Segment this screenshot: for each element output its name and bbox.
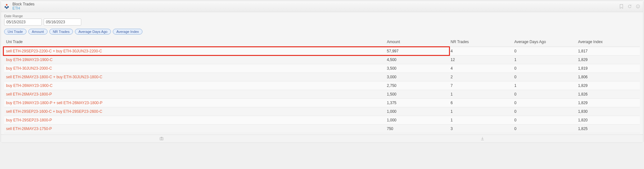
cell-trade[interactable]: buy ETH-30JUN23-2000-C xyxy=(4,64,385,73)
cell-days: 0 xyxy=(512,90,576,99)
table-row[interactable]: sell ETH-29SEP23-1600-C + buy ETH-29SEP2… xyxy=(4,107,640,116)
cell-nr: 4 xyxy=(449,64,512,73)
highlight-box xyxy=(3,46,386,56)
table-row[interactable]: sell ETH-26MAY23-1800-C + buy ETH-30JUN2… xyxy=(4,73,640,81)
cell-index: 1,829 xyxy=(576,81,640,90)
cell-nr: 6 xyxy=(449,99,512,107)
cell-days: 1 xyxy=(512,56,576,64)
table-row[interactable]: buy ETH-29SEP23-1800-P1,000101,820 xyxy=(4,116,640,125)
col-header-index[interactable]: Average Index xyxy=(576,37,640,47)
svg-point-6 xyxy=(638,5,638,5)
cell-nr: 1 xyxy=(449,90,512,99)
cell-nr: 4 xyxy=(449,47,512,56)
svg-point-1 xyxy=(4,6,6,8)
cell-index: 1,829 xyxy=(576,56,640,64)
col-header-trade[interactable]: Uni Trade xyxy=(4,37,385,47)
chip-uni-trade[interactable]: Uni Trade xyxy=(4,29,26,35)
filter-chips: Uni Trade Amount NR Trades Average Days … xyxy=(1,27,643,37)
header-actions xyxy=(619,4,640,9)
cell-days: 0 xyxy=(512,64,576,73)
cell-trade[interactable]: sell ETH-26MAY23-1800-C + buy ETH-30JUN2… xyxy=(4,73,385,81)
cell-nr: 2 xyxy=(449,73,512,81)
cell-amount: 3,000 xyxy=(385,73,449,81)
cell-trade[interactable]: buy ETH-29SEP23-1800-P xyxy=(4,116,385,125)
svg-point-2 xyxy=(7,6,9,8)
chip-avg-days[interactable]: Average Days Ago xyxy=(75,29,111,35)
cell-index: 1,819 xyxy=(576,64,640,73)
cell-amount: 3,500 xyxy=(385,64,449,73)
table-row[interactable]: buy ETH-30JUN23-2000-C3,500401,819 xyxy=(4,64,640,73)
download-icon[interactable] xyxy=(480,136,485,141)
cell-days: 0 xyxy=(512,73,576,81)
table-header-row: Uni Trade Amount NR Trades Average Days … xyxy=(4,37,640,47)
col-header-amount[interactable]: Amount xyxy=(385,37,449,47)
table-row[interactable]: buy ETH-26MAY23-1900-C2,750711,829 xyxy=(4,81,640,90)
cell-nr: 12 xyxy=(449,56,512,64)
bookmark-icon[interactable] xyxy=(619,4,624,9)
cell-index: 1,829 xyxy=(576,99,640,107)
table-row[interactable]: sell ETH-26MAY23-1750-P750301,825 xyxy=(4,125,640,133)
cell-amount: 1,500 xyxy=(385,90,449,99)
info-icon[interactable] xyxy=(635,4,640,9)
chip-nr-trades[interactable]: NR Trades xyxy=(49,29,73,35)
camera-icon[interactable] xyxy=(159,136,164,141)
table-row[interactable]: buy ETH-19MAY23-1800-P + sell ETH-26MAY2… xyxy=(4,99,640,107)
cell-nr: 1 xyxy=(449,116,512,125)
cell-nr: 1 xyxy=(449,107,512,116)
header-left: Block Trades ETH xyxy=(4,2,34,11)
date-range-label: Date Range xyxy=(4,14,640,18)
cell-trade[interactable]: sell ETH-26MAY23-1750-P xyxy=(4,125,385,133)
svg-point-3 xyxy=(6,7,8,9)
cell-index: 1,830 xyxy=(576,107,640,116)
panel-footer xyxy=(1,134,643,142)
cell-days: 0 xyxy=(512,47,576,56)
app-logo-icon xyxy=(4,3,10,10)
svg-rect-8 xyxy=(160,138,163,140)
cell-index: 1,820 xyxy=(576,116,640,125)
cell-trade[interactable]: sell ETH-29SEP23-2200-C + buy ETH-30JUN2… xyxy=(4,47,385,56)
cell-trade[interactable]: buy ETH-19MAY23-1900-C xyxy=(4,56,385,64)
cell-trade[interactable]: sell ETH-26MAY23-1800-P xyxy=(4,90,385,99)
panel-subtitle[interactable]: ETH xyxy=(12,6,34,11)
trades-table-wrap: Uni Trade Amount NR Trades Average Days … xyxy=(1,37,643,134)
table-row[interactable]: sell ETH-29SEP23-2200-C + buy ETH-30JUN2… xyxy=(4,47,640,56)
cell-index: 1,817 xyxy=(576,47,640,56)
cell-amount: 1,000 xyxy=(385,107,449,116)
cell-trade[interactable]: buy ETH-19MAY23-1800-P + sell ETH-26MAY2… xyxy=(4,99,385,107)
cell-days: 0 xyxy=(512,125,576,133)
cell-days: 0 xyxy=(512,107,576,116)
cell-index: 1,826 xyxy=(576,90,640,99)
refresh-icon[interactable] xyxy=(627,4,632,9)
svg-point-9 xyxy=(161,138,162,140)
cell-nr: 3 xyxy=(449,125,512,133)
cell-trade[interactable]: buy ETH-26MAY23-1900-C xyxy=(4,81,385,90)
cell-amount: 1,375 xyxy=(385,99,449,107)
date-from-input[interactable] xyxy=(4,19,42,26)
cell-days: 0 xyxy=(512,116,576,125)
cell-amount: 750 xyxy=(385,125,449,133)
chip-amount[interactable]: Amount xyxy=(28,29,47,35)
trades-table: Uni Trade Amount NR Trades Average Days … xyxy=(4,37,640,133)
table-row[interactable]: sell ETH-26MAY23-1800-P1,500101,826 xyxy=(4,90,640,99)
svg-point-0 xyxy=(6,4,8,6)
cell-nr: 7 xyxy=(449,81,512,90)
cell-amount: 1,000 xyxy=(385,116,449,125)
chip-avg-index[interactable]: Average Index xyxy=(113,29,142,35)
cell-trade[interactable]: sell ETH-29SEP23-1600-C + buy ETH-29SEP2… xyxy=(4,107,385,116)
cell-index: 1,806 xyxy=(576,73,640,81)
cell-index: 1,825 xyxy=(576,125,640,133)
cell-days: 1 xyxy=(512,81,576,90)
cell-amount: 57,997 xyxy=(385,47,449,56)
block-trades-panel: Block Trades ETH Date Range Uni Trade Am… xyxy=(1,1,643,143)
date-range-controls: Date Range xyxy=(1,12,643,27)
cell-amount: 2,750 xyxy=(385,81,449,90)
col-header-nr[interactable]: NR Trades xyxy=(449,37,512,47)
panel-header: Block Trades ETH xyxy=(1,1,643,12)
cell-amount: 4,500 xyxy=(385,56,449,64)
cell-days: 0 xyxy=(512,99,576,107)
date-to-input[interactable] xyxy=(44,19,81,26)
table-row[interactable]: buy ETH-19MAY23-1900-C4,5001211,829 xyxy=(4,56,640,64)
col-header-days[interactable]: Average Days Ago xyxy=(512,37,576,47)
highlight-box xyxy=(384,46,450,56)
